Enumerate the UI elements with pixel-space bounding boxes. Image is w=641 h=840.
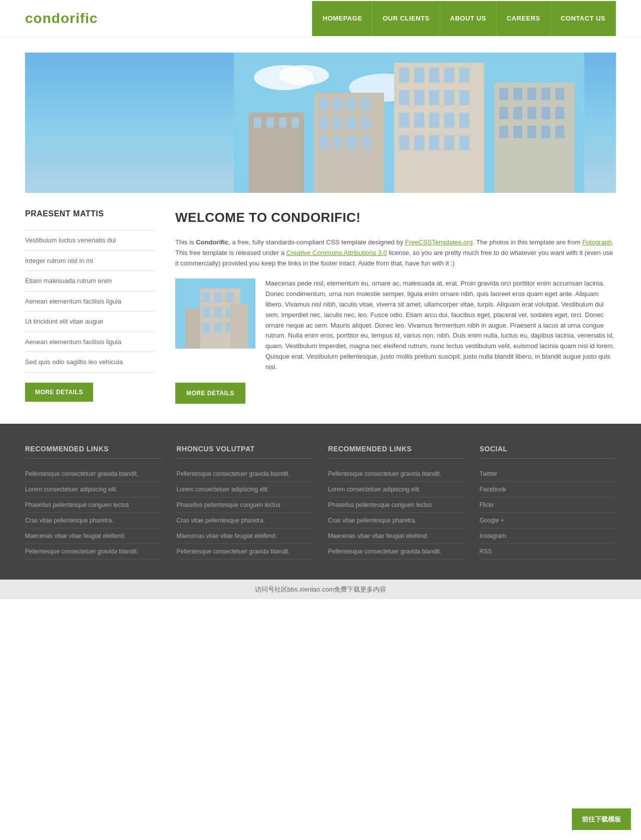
content-more-button[interactable]: MORE DETAILS: [175, 383, 245, 404]
nav-clients[interactable]: OUR CLIENTS: [373, 1, 440, 36]
sidebar: PRAESENT MATTIS Vestibulum luctus venena…: [25, 208, 155, 404]
sidebar-more-button[interactable]: MORE DETAILS: [25, 383, 93, 402]
footer-col-list-0: Pellentesque consectetuer gravida blandi…: [25, 466, 162, 559]
footer-link[interactable]: Facebook: [480, 486, 506, 493]
svg-rect-28: [347, 98, 356, 110]
footer-link[interactable]: Cras vitae pellentesque pharetra.: [328, 517, 417, 524]
footer-link[interactable]: Maecenas vitae vitae feugiat eleifend.: [25, 532, 126, 539]
footer-col-2: RECOMMENDED LINKSPellentesque consectetu…: [328, 444, 465, 559]
svg-rect-27: [333, 98, 342, 110]
sidebar-list-item: Aenean elementum facilisis ligula: [25, 332, 155, 353]
hero-banner: [25, 53, 616, 193]
svg-rect-35: [333, 136, 342, 148]
footer-col-title-0: RECOMMENDED LINKS: [25, 444, 162, 459]
footer-col-3: SOCIALTwitterFacebookFlickrGoogle +Insta…: [480, 444, 616, 559]
footer-col-list-1: Pellentesque consectetuer gravida blandi…: [177, 466, 313, 559]
svg-rect-71: [230, 304, 248, 349]
footer-link[interactable]: RSS: [480, 548, 492, 555]
svg-rect-63: [226, 293, 233, 303]
svg-rect-14: [459, 90, 469, 105]
footer-link[interactable]: Pellentesque consectetuer gravida blandi…: [328, 470, 441, 477]
body-text: Maecenas pede nisl, elementum eu, ornare…: [265, 278, 616, 372]
svg-rect-50: [513, 107, 522, 119]
footer-link[interactable]: Phasellus pellentesque conguen lectus: [25, 501, 129, 508]
content-title: WELCOME TO CONDORIFIC!: [175, 208, 616, 227]
cc-link[interactable]: Creative Commons Attributions 3.0: [286, 249, 387, 256]
content-image: [175, 278, 255, 349]
svg-rect-5: [399, 68, 409, 83]
svg-rect-48: [555, 88, 564, 100]
watermark-text: 访问号社区bbs.xienlao.com免费下载更多内容: [255, 586, 387, 593]
footer-link[interactable]: Lorem consectetuer adipiscing elit.: [25, 486, 118, 493]
freecss-link[interactable]: FreeCSSTemplates.org: [405, 238, 473, 246]
sidebar-list: Vestibulum luctus venenatis duiInteger r…: [25, 230, 155, 373]
svg-rect-56: [527, 126, 536, 138]
svg-rect-39: [254, 118, 261, 128]
svg-rect-32: [347, 117, 356, 129]
svg-rect-10: [399, 90, 409, 105]
svg-rect-45: [513, 88, 522, 100]
footer-link[interactable]: Flickr: [480, 501, 494, 508]
footer-link[interactable]: Pellentesque consectetuer gravida blandi…: [25, 470, 138, 477]
footer-link[interactable]: Pellentesque consectetuer gravida blandi…: [177, 470, 290, 477]
footer-col-1: RHONCUS VOLUTPATPellentesque consectetue…: [177, 444, 313, 559]
svg-rect-24: [459, 135, 469, 150]
svg-point-2: [279, 65, 329, 85]
sidebar-list-item: Integer rutrum nisl in mi: [25, 251, 155, 271]
svg-rect-34: [319, 136, 328, 148]
svg-rect-19: [459, 113, 469, 128]
footer-col-title-3: SOCIAL: [480, 444, 616, 459]
svg-rect-57: [541, 126, 550, 138]
svg-rect-9: [459, 68, 469, 83]
sidebar-list-item: Sed quis odio sagittis leo vehicula: [25, 352, 155, 373]
svg-rect-61: [203, 293, 210, 303]
svg-rect-12: [429, 90, 439, 105]
footer-col-list-3: TwitterFacebookFlickrGoogle +InstagramRS…: [480, 466, 616, 559]
watermark-bar: 访问号社区bbs.xienlao.com免费下载更多内容: [0, 580, 641, 600]
nav-contact[interactable]: CONTACT US: [551, 1, 616, 36]
fotograph-link[interactable]: Fotograph: [582, 238, 612, 246]
footer-link[interactable]: Cras vitae pellentesque pharetra.: [177, 517, 265, 524]
footer-col-0: RECOMMENDED LINKSPellentesque consectetu…: [25, 444, 162, 559]
footer-link[interactable]: Lorem consectetuer adipiscing elit.: [177, 486, 269, 493]
footer-link[interactable]: Cras vitae pellentesque pharetra.: [25, 517, 114, 524]
nav-about[interactable]: ABOUT US: [440, 1, 497, 36]
svg-rect-52: [541, 107, 550, 119]
svg-rect-42: [291, 118, 299, 128]
footer-link[interactable]: Phasellus pellentesque conguen lectus: [177, 501, 280, 508]
logo[interactable]: condorific: [25, 8, 98, 29]
svg-rect-49: [499, 107, 508, 119]
svg-rect-68: [214, 323, 222, 333]
svg-rect-21: [414, 135, 424, 150]
footer-link[interactable]: Instagram: [480, 532, 506, 539]
svg-rect-51: [527, 107, 536, 119]
svg-rect-6: [414, 68, 424, 83]
footer-link[interactable]: Phasellus pellentesque conguen lectus: [328, 501, 432, 508]
svg-rect-11: [414, 90, 424, 105]
svg-rect-44: [499, 88, 508, 100]
nav-homepage[interactable]: HOMEPAGE: [312, 1, 373, 36]
svg-rect-37: [361, 136, 370, 148]
footer-link[interactable]: Maecenas vitae vitae feugiat eleifend.: [177, 532, 277, 539]
footer-link[interactable]: Pellentesque consectetuer gravida blandi…: [177, 548, 290, 555]
svg-rect-7: [429, 68, 439, 83]
svg-rect-26: [319, 98, 328, 110]
svg-rect-64: [203, 308, 210, 318]
footer-link[interactable]: Twitter: [480, 470, 497, 477]
sidebar-list-item: Ut tincidunt elit vitae augue: [25, 312, 155, 332]
main-nav: HOMEPAGEOUR CLIENTSABOUT USCAREERSCONTAC…: [312, 1, 616, 36]
sidebar-title: PRAESENT MATTIS: [25, 208, 155, 220]
footer-link[interactable]: Lorem consectetuer adipiscing elit.: [328, 486, 421, 493]
svg-rect-40: [266, 118, 274, 128]
footer-link[interactable]: Maecenas vitae vitae feugiat eleifend.: [328, 532, 429, 539]
footer-link[interactable]: Pellentesque consectetuer gravida blandi…: [328, 548, 441, 555]
footer-link[interactable]: Google +: [480, 517, 504, 524]
svg-rect-33: [361, 117, 370, 129]
sidebar-list-item: Aenean elementum facilisis ligula: [25, 292, 155, 312]
svg-rect-41: [279, 118, 286, 128]
footer-link[interactable]: Pellentesque consectetuer gravida blandi…: [25, 548, 138, 555]
nav-careers[interactable]: CAREERS: [497, 1, 551, 36]
svg-rect-16: [414, 113, 424, 128]
svg-rect-31: [333, 117, 342, 129]
svg-rect-62: [214, 293, 222, 303]
